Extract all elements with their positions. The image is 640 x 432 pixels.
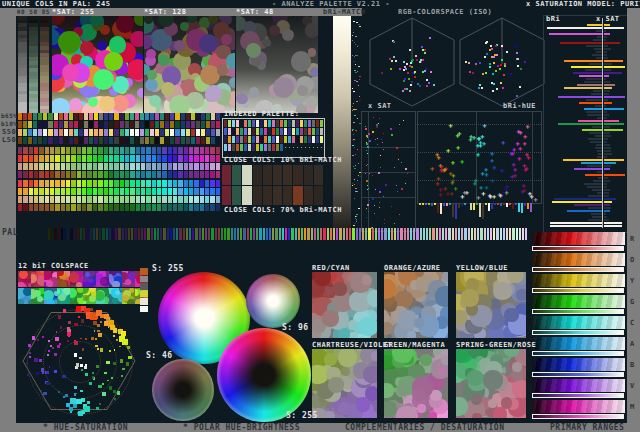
strip-l50 [18,137,220,144]
primary-letter-B: B [630,362,634,369]
pal-strip-label: PAL [2,229,18,237]
primary-letter-A: A [630,341,634,348]
indexed-palette-title: INDEXED PALETTE: [224,111,299,118]
footer-complementaries: COMPLEMENTARIES / DESATURATION [345,424,505,432]
rgb-cube-2-scatter [458,16,546,108]
bri-hue-plot: ++++++++++++++++++++++++++++++++++++++++… [417,111,542,204]
rgb-cube-1 [368,16,456,108]
primary-letter-G: G [630,299,634,306]
bri-hue-histogram-spikes [419,203,539,221]
left-sidebar [0,8,16,423]
ramp-bar-warm [40,16,49,113]
footer-hue-saturation: * HUE-SATURATION [43,424,128,432]
primary-letter-M: M [630,404,634,411]
row-label-l50: L50 [2,137,16,144]
comp-tile-orange-azure [384,272,448,338]
sat48-label: *SAT: 48 [236,9,274,16]
primary-letter-O: O [630,257,634,264]
strip-b10 [18,121,220,128]
row-label-b10: b10% [1,121,17,127]
hue-strip-2 [18,155,220,162]
hue-strip-4 [18,171,220,178]
primary-letter-V: V [630,383,634,390]
sat-tile-128 [144,16,235,113]
bars-bri-header: bRi [546,16,560,23]
sat255-label: *SAT: 255 [52,9,94,16]
hue-saturation-scatter [20,302,138,420]
polar-disk-s255-dark [217,328,311,422]
indexed-palette-grid [224,120,324,154]
primary-letter-C: C [630,320,634,327]
close-cols-70-label: CLOSE COLS: 70% bRi-MATCH [224,207,342,214]
sat-tile-255 [52,16,143,113]
primary-letter-Y: Y [630,278,634,285]
close-cols-row-1 [222,165,323,185]
bri-match-label: bRi-MATCH [323,9,365,16]
rgb-cube-1-scatter [368,16,456,108]
hue-strip-5 [18,180,220,187]
hue-strip-8 [18,204,220,211]
comp-tile-chartreuse-violet [312,349,377,418]
ramp-bar-green [29,16,38,113]
strip-b65 [18,113,220,120]
app-title: - ANALYZE PALETTE V2.21 - [272,1,390,8]
hue-strip-1 [18,147,220,154]
close-cols-row-2 [222,186,323,205]
disk-label-2: S: 96 [282,324,309,332]
row-label-b65: b65% [1,113,17,119]
pal-strip [48,228,528,240]
comp-tile-red-cyan [312,272,377,338]
comp-label-green-magenta: GREEN/MAGENTA [384,342,445,349]
xsat-plot [361,111,416,232]
comp-label-orange-azure: ORANGE/AZURE [384,265,441,272]
comp-label-red-cyan: RED/CYAN [312,265,350,272]
close-cols-10-label: CLOSE COLS: 10% bRi-MATCH [224,157,342,164]
comp-tile-green-magenta [384,349,448,418]
polar-disk-s96-light [246,274,300,328]
colspace12-tiles [18,271,148,304]
sat-tile-48 [236,16,318,113]
comp-tile-yellow-blue [456,272,526,338]
bri-hue-scatter: ++++++++++++++++++++++++++++++++++++++++… [418,112,541,203]
bri-sat-bars-panel [543,15,628,233]
polar-disk-s46-dark [152,359,214,421]
hue-strip-7 [18,196,220,203]
ramp-bar-brightness [18,16,27,113]
unique-colors-count: UNIQUE COLS IN PAL: 245 [2,1,110,8]
footer-polar-hue-brightness: * POLAR HUE-BRIGHTNESS [183,424,300,432]
hue-strip-6 [18,188,220,195]
disk-label-1: S: 255 [152,265,184,273]
rgb-colorspace-title: RGB-COLORSPACE (ISO) [398,9,492,16]
comp-label-yellow-blue: YELLOW/BLUE [456,265,508,272]
strip-s50 [18,129,220,136]
disk-label-3: S: 46 [146,352,173,360]
hue-strip-3 [18,163,220,170]
disk-label-4: S: 255 [286,412,318,420]
sat128-label: *SAT: 128 [144,9,186,16]
comp-label-chartreuse-violet: CHARTREUSE/VIOLET [312,342,392,349]
xsat-scatter [362,112,415,231]
bri-match-strip [333,16,351,228]
primary-letters: ROYGCABVM [628,232,639,422]
primary-letter-R: R [630,236,634,243]
comp-tile-spring-green-rose [456,349,526,418]
xsat-plot-label: x SAT [368,103,392,110]
primary-ranges-panel [532,232,625,422]
footer-primary-ranges: PRIMARY RANGES [550,424,624,432]
colspace12-title: 12 biT COLSPACE [18,263,89,270]
row-label-s50: S50 [2,129,16,136]
saturation-model-label: x SATURATION MODEL: PURITY [526,1,640,8]
analyze-palette-app: UNIQUE COLS IN PAL: 245 - ANALYZE PALETT… [0,0,640,432]
hue-saturation-polar-plot [20,302,138,420]
comp-label-spring-green-rose: SPRING-GREEN/ROSE [456,342,536,349]
mini-bars-label: R0 50 85 [17,9,50,15]
bri-sat-bars [545,24,627,230]
bars-xsat-header: x SAT [596,16,620,23]
mini-legend [140,268,148,312]
rgb-cube-2 [458,16,546,108]
bri-hue-plot-label: bRi-hUE [503,103,536,110]
